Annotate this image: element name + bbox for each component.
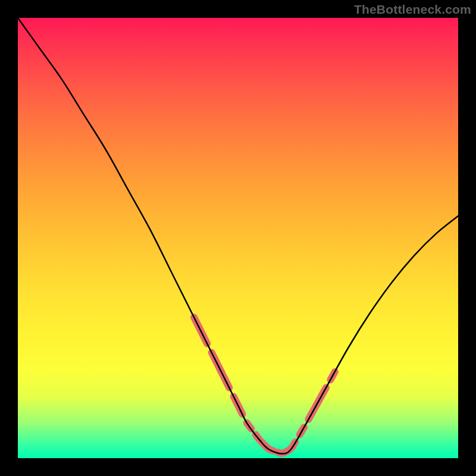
- plot-area: [18, 18, 458, 458]
- highlight-dashes: [194, 317, 335, 453]
- highlight-dash: [256, 435, 274, 451]
- bottleneck-curve: [18, 18, 458, 454]
- curve-svg: [18, 18, 458, 458]
- watermark-text: TheBottleneck.com: [354, 2, 471, 17]
- chart-frame: TheBottleneck.com: [0, 0, 476, 476]
